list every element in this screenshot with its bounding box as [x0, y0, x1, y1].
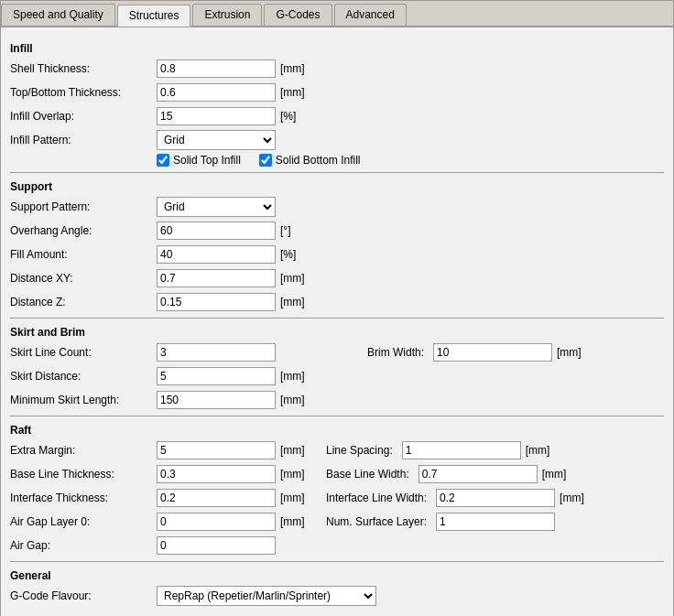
min-skirt-length-row: Minimum Skirt Length: [mm]	[10, 390, 664, 410]
infill-overlap-label: Infill Overlap:	[10, 110, 157, 123]
brim-width-input[interactable]	[433, 343, 552, 362]
base-width-unit: [mm]	[542, 468, 570, 481]
infill-pattern-row: Infill Pattern: Grid Lines Triangles Con…	[10, 130, 664, 150]
skirt-distance-label: Skirt Distance:	[10, 370, 157, 383]
base-thickness-unit: [mm]	[280, 468, 308, 481]
skirt-title: Skirt and Brim	[10, 326, 664, 339]
raft-general-divider	[10, 561, 664, 562]
skirt-raft-divider	[10, 416, 664, 416]
support-pattern-select[interactable]: Grid Lines Triangles Concentric	[157, 197, 276, 217]
tab-structures[interactable]: Structures	[117, 5, 191, 27]
base-thickness-label: Base Line Thickness:	[10, 468, 157, 481]
skirt-distance-unit: [mm]	[280, 370, 308, 383]
gcode-flavour-label: G-Code Flavour:	[10, 589, 157, 602]
support-section: Support Support Pattern: Grid Lines Tria…	[10, 180, 664, 312]
interface-thickness-label: Interface Thickness:	[10, 492, 157, 504]
interface-width-label: Interface Line Width:	[326, 492, 431, 504]
infill-pattern-select[interactable]: Grid Lines Triangles Concentric	[157, 130, 276, 150]
solid-top-label: Solid Top Infill	[173, 154, 241, 167]
dist-z-row: Distance Z: [mm]	[10, 292, 664, 312]
fill-amount-unit: [%]	[280, 248, 308, 261]
num-surface-input[interactable]	[436, 513, 555, 531]
support-skirt-divider	[10, 318, 664, 319]
fill-amount-row: Fill Amount: [%]	[10, 244, 664, 265]
min-skirt-length-label: Minimum Skirt Length:	[10, 394, 157, 406]
solid-infill-row: Solid Top Infill Solid Bottom Infill	[10, 154, 664, 167]
tab-content: Infill Shell Thickness: [mm] Top/Bottom …	[1, 27, 673, 616]
topbottom-label: Top/Bottom Thickness:	[10, 86, 157, 99]
skirt-section: Skirt and Brim Skirt Line Count: Brim Wi…	[10, 326, 664, 410]
base-thickness-row: Base Line Thickness: [mm] Base Line Widt…	[10, 464, 664, 484]
interface-width-unit: [mm]	[560, 492, 587, 504]
fill-amount-label: Fill Amount:	[10, 248, 157, 261]
support-title: Support	[10, 180, 664, 193]
skirt-distance-row: Skirt Distance: [mm]	[10, 366, 664, 386]
air-gap-layer0-input[interactable]	[157, 513, 276, 531]
air-gap-label: Air Gap:	[10, 539, 157, 552]
skirt-line-count-label: Skirt Line Count:	[10, 346, 157, 359]
extra-margin-label: Extra Margin:	[10, 444, 157, 457]
tab-gcodes[interactable]: G-Codes	[264, 4, 332, 26]
shell-thickness-unit: [mm]	[280, 62, 308, 75]
dist-xy-unit: [mm]	[280, 272, 308, 285]
tab-extrusion[interactable]: Extrusion	[192, 4, 262, 26]
topbottom-unit: [mm]	[280, 86, 308, 99]
interface-thickness-input[interactable]	[157, 489, 276, 507]
infill-overlap-input[interactable]	[157, 107, 276, 125]
base-thickness-input[interactable]	[157, 465, 276, 483]
dist-z-input[interactable]	[157, 293, 276, 311]
general-section: General G-Code Flavour: RepRap (Repetier…	[10, 569, 664, 606]
tab-advanced[interactable]: Advanced	[334, 4, 407, 26]
raft-section: Raft Extra Margin: [mm] Line Spacing: [m…	[10, 424, 664, 556]
infill-section: Infill Shell Thickness: [mm] Top/Bottom …	[10, 42, 664, 167]
infill-support-divider	[10, 172, 664, 173]
num-surface-label: Num. Surface Layer:	[326, 515, 431, 528]
gcode-flavour-row: G-Code Flavour: RepRap (Repetier/Marlin/…	[10, 586, 664, 606]
dist-z-label: Distance Z:	[10, 296, 157, 308]
infill-pattern-label: Infill Pattern:	[10, 134, 157, 146]
extra-margin-unit: [mm]	[280, 444, 308, 457]
solid-bottom-label: Solid Bottom Infill	[276, 154, 361, 167]
gcode-flavour-select[interactable]: RepRap (Repetier/Marlin/Sprinter) Makerb…	[157, 586, 376, 606]
air-gap-layer0-unit: [mm]	[280, 515, 308, 528]
air-gap-layer0-label: Air Gap Layer 0:	[10, 515, 157, 528]
solid-top-checkbox[interactable]	[157, 154, 169, 167]
interface-width-input[interactable]	[436, 489, 555, 507]
topbottom-input[interactable]	[157, 83, 276, 102]
air-gap-input[interactable]	[157, 536, 276, 555]
solid-bottom-checkbox[interactable]	[259, 154, 272, 167]
raft-title: Raft	[10, 424, 664, 437]
infill-overlap-row: Infill Overlap: [%]	[10, 106, 664, 126]
air-gap-layer0-row: Air Gap Layer 0: [mm] Num. Surface Layer…	[10, 512, 664, 532]
shell-thickness-input[interactable]	[157, 59, 276, 78]
shell-thickness-label: Shell Thickness:	[10, 62, 157, 75]
interface-thickness-unit: [mm]	[280, 492, 308, 504]
main-window: Speed and Quality Structures Extrusion G…	[0, 0, 674, 616]
overhang-label: Overhang Angle:	[10, 224, 157, 237]
dist-xy-row: Distance XY: [mm]	[10, 268, 664, 288]
line-spacing-label: Line Spacing:	[326, 444, 397, 457]
min-skirt-length-unit: [mm]	[280, 394, 308, 406]
min-skirt-length-input[interactable]	[157, 391, 276, 409]
support-pattern-label: Support Pattern:	[10, 200, 157, 213]
fill-amount-input[interactable]	[157, 245, 276, 264]
line-spacing-input[interactable]	[402, 441, 521, 459]
general-title: General	[10, 569, 664, 582]
extra-margin-input[interactable]	[157, 441, 276, 459]
line-spacing-unit: [mm]	[526, 444, 553, 457]
topbottom-thickness-row: Top/Bottom Thickness: [mm]	[10, 82, 664, 103]
dist-xy-input[interactable]	[157, 269, 276, 287]
dist-xy-label: Distance XY:	[10, 272, 157, 285]
overhang-input[interactable]	[157, 222, 276, 240]
base-width-input[interactable]	[419, 465, 538, 483]
infill-overlap-unit: [%]	[280, 110, 308, 123]
tab-speed-quality[interactable]: Speed and Quality	[1, 4, 115, 26]
base-width-label: Base Line Width:	[326, 468, 414, 481]
brim-width-label: Brim Width:	[367, 346, 429, 359]
air-gap-row: Air Gap:	[10, 535, 664, 556]
support-pattern-row: Support Pattern: Grid Lines Triangles Co…	[10, 197, 664, 217]
skirt-line-count-input[interactable]	[157, 343, 276, 362]
infill-title: Infill	[10, 42, 664, 55]
skirt-distance-input[interactable]	[157, 367, 276, 385]
overhang-unit: [°]	[280, 224, 308, 237]
